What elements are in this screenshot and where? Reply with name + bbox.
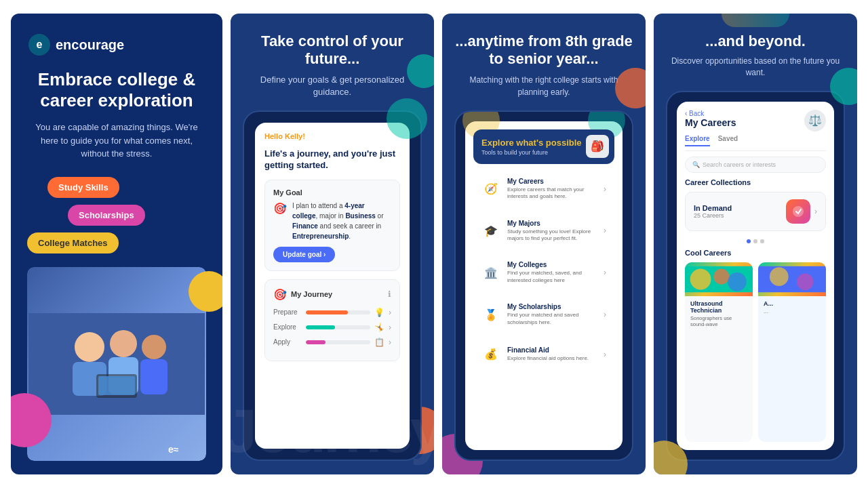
svg-rect-8: [140, 359, 167, 394]
scholarships-desc: Find your matched and saved scholarships…: [507, 312, 597, 326]
phone-teal-deco: [387, 98, 427, 139]
second-career-title: A...: [758, 296, 826, 308]
phone-inner-4: ‹ Back My Careers ⚖️ Explore Saved 🔍 Sea…: [677, 102, 834, 450]
journey-title-row: 🎯 My Journey: [273, 288, 332, 301]
majors-text: My Majors Study something you love! Expl…: [507, 220, 597, 243]
careers-icon: 🧭: [481, 180, 500, 199]
ultrasound-desc: Sonographers use sound-wave: [685, 315, 753, 333]
menu-item-majors[interactable]: 🎓 My Majors Study something you love! Ex…: [473, 213, 614, 249]
tag-study-skills[interactable]: Study Skills: [47, 177, 119, 198]
menu-item-careers[interactable]: 🧭 My Careers Explore careers that match …: [473, 171, 614, 207]
tab-saved[interactable]: Saved: [718, 135, 738, 146]
tags-area: Study Skills Scholarships College Matche…: [27, 177, 206, 253]
careers-search-box[interactable]: 🔍 Search careers or interests: [685, 157, 826, 173]
panel-beyond: ...and beyond. Discover opportunities ba…: [654, 14, 857, 474]
phone-inner-3: Explore what's possible Tools to build y…: [465, 121, 623, 450]
update-goal-button[interactable]: Update goal ›: [273, 247, 335, 262]
journey-watermark: Journey: [231, 396, 434, 466]
tab-explore[interactable]: Explore: [685, 135, 710, 146]
carousel-dots: [685, 239, 826, 243]
cool-career-ultrasound[interactable]: Ultrasound Technician Sonographers use s…: [685, 262, 753, 442]
journey-header: 🎯 My Journey ℹ: [273, 288, 391, 301]
journey-info-icon[interactable]: ℹ: [388, 289, 391, 299]
apply-icon: 📋: [374, 338, 384, 347]
journey-row-explore: Explore 🤸 ›: [273, 323, 391, 332]
panel-goals: Take control of your future... Define yo…: [231, 14, 434, 474]
goal-card: My Goal 🎯 I plan to attend a 4-year coll…: [264, 180, 400, 271]
financial-aid-chevron: ›: [604, 350, 606, 359]
careers-tabs: Explore Saved: [685, 135, 826, 151]
colleges-icon: 🏛️: [481, 263, 500, 282]
goal-text: I plan to attend a 4-year college, major…: [292, 201, 391, 241]
prepare-icon: 💡: [374, 308, 384, 317]
apply-label: Apply: [273, 338, 302, 346]
career-collection-card[interactable]: In Demand 25 Careers ›: [685, 192, 826, 231]
financial-aid-text: Financial Aid Explore financial aid opti…: [507, 346, 597, 362]
collection-text: In Demand 25 Careers: [694, 204, 732, 219]
scholarships-title: My Scholarships: [507, 303, 597, 310]
apply-chevron[interactable]: ›: [389, 338, 391, 347]
menu-item-financial-aid[interactable]: 💰 Financial Aid Explore financial aid op…: [473, 338, 614, 371]
cool-career-second[interactable]: A... ...: [758, 262, 826, 442]
panel-1-title: Embrace college & career exploration: [27, 69, 206, 111]
menu-item-scholarships[interactable]: 🏅 My Scholarships Find your matched and …: [473, 296, 614, 333]
journey-icon: 🎯: [273, 288, 287, 301]
collection-icon: [786, 199, 810, 224]
svg-rect-10: [98, 376, 135, 395]
careers-text: My Careers Explore careers that match yo…: [507, 178, 597, 201]
ultrasound-title: Ultrasound Technician: [685, 296, 753, 315]
dot-1: [747, 239, 751, 243]
encourage-logo-icon: e: [27, 33, 52, 57]
collection-chevron: ›: [814, 207, 817, 216]
tag-college-matches[interactable]: College Matches: [27, 232, 119, 253]
explore-progress-bg: [306, 325, 370, 329]
majors-chevron: ›: [604, 226, 606, 235]
scholarships-text: My Scholarships Find your matched and sa…: [507, 303, 597, 326]
search-icon: 🔍: [692, 161, 700, 168]
cool-careers-section-title: Cool Careers: [685, 249, 826, 257]
journey-tagline: Life's a journey, and you're just gettin…: [264, 148, 400, 171]
careers-title: My Careers: [507, 178, 597, 185]
goal-target-icon: 🎯: [273, 202, 287, 215]
colleges-desc: Find your matched, saved, and interested…: [507, 270, 597, 284]
cool-careers-row: Ultrasound Technician Sonographers use s…: [685, 262, 826, 442]
explore-chevron[interactable]: ›: [389, 323, 391, 332]
second-career-desc: ...: [758, 308, 826, 319]
menu-items-list: 🧭 My Careers Explore careers that match …: [473, 171, 614, 442]
panel-1-photo: [27, 267, 206, 461]
apply-progress-bg: [306, 340, 370, 344]
svg-point-14: [690, 268, 711, 289]
ultrasound-career-img: [685, 262, 753, 296]
svg-point-19: [797, 273, 814, 290]
menu-item-colleges[interactable]: 🏛️ My Colleges Find your matched, saved,…: [473, 254, 614, 291]
journey-card: 🎯 My Journey ℹ Prepare 💡 ›: [264, 279, 400, 361]
panel-1-subtitle: You are capable of amazing things. We're…: [27, 121, 206, 161]
collection-label: In Demand: [694, 204, 732, 212]
journey-row-apply: Apply 📋 ›: [273, 338, 391, 347]
backpack-icon-btn[interactable]: 🎒: [586, 135, 609, 158]
colleges-chevron: ›: [604, 268, 606, 277]
phone-frame-2: Hello Kelly! Life's a journey, and you'r…: [243, 110, 422, 461]
encourage-bottom-logo: e≈: [168, 441, 209, 461]
explore-icon: 🤸: [374, 323, 384, 332]
dot-2: [753, 239, 757, 243]
hello-text: Hello Kelly!: [264, 132, 400, 140]
prepare-chevron[interactable]: ›: [389, 308, 391, 317]
panel-4-subtitle: Discover opportunities based on the futu…: [666, 56, 845, 79]
svg-rect-17: [758, 266, 826, 291]
prepare-progress-bg: [306, 310, 370, 314]
goal-label: My Goal: [273, 188, 391, 197]
explore-header: Explore what's possible Tools to build y…: [473, 129, 614, 164]
explore-progress-fill: [306, 325, 335, 329]
journey-title: My Journey: [291, 290, 332, 298]
svg-point-5: [110, 330, 137, 357]
panel-4-title: ...and beyond.: [705, 33, 806, 50]
phone-frame-3: Explore what's possible Tools to build y…: [454, 110, 633, 461]
majors-desc: Study something you love! Explore majors…: [507, 228, 597, 243]
financial-aid-icon: 💰: [481, 345, 500, 364]
second-career-img: [758, 262, 826, 296]
panel-intro: e encourage Embrace college & career exp…: [11, 14, 222, 474]
svg-point-7: [142, 335, 166, 359]
majors-icon: 🎓: [481, 221, 500, 240]
tag-scholarships[interactable]: Scholarships: [68, 205, 145, 226]
